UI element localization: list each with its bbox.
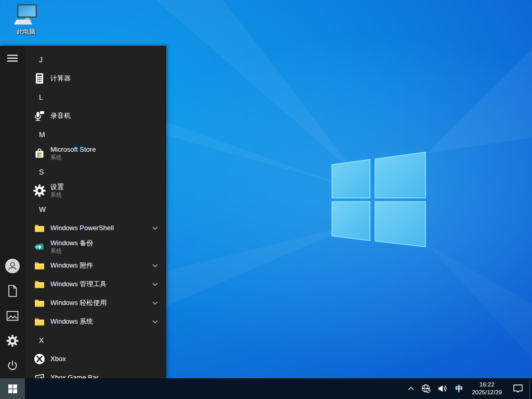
calculator-icon	[33, 72, 46, 85]
gear-icon	[6, 335, 19, 347]
speaker-icon	[438, 384, 447, 393]
rail-spacer	[0, 71, 25, 254]
app-sublabel: 系统	[50, 248, 158, 255]
section-header-m[interactable]: M	[25, 125, 166, 144]
section-header-s[interactable]: S	[25, 163, 166, 181]
app-label: Xbox	[50, 355, 158, 363]
section-header-j[interactable]: J	[25, 50, 166, 69]
user-account-button[interactable]	[0, 254, 25, 278]
clock-date: 2025/12/29	[472, 389, 502, 396]
app-label: Windows 轻松使用	[50, 299, 148, 307]
volume-button[interactable]	[434, 378, 451, 399]
taskbar-empty-area[interactable]	[25, 378, 404, 399]
chevron-down-icon[interactable]	[152, 264, 158, 268]
app-item-microsoft-store[interactable]: Microsoft Store 系统	[25, 144, 166, 163]
app-label: 设置	[50, 183, 158, 191]
app-item-settings[interactable]: 设置 系统	[25, 181, 166, 200]
chevron-down-icon[interactable]	[152, 320, 158, 324]
folder-item-windows-ease-of-access[interactable]: Windows 轻松使用	[25, 294, 166, 312]
hidden-icons-button[interactable]	[404, 378, 418, 399]
app-item-calculator[interactable]: 计算器	[25, 69, 166, 88]
this-pc-label: 此电脑	[17, 28, 35, 36]
start-menu: J 计算器 L	[0, 46, 166, 378]
pictures-icon	[6, 311, 19, 321]
folder-icon	[33, 297, 46, 309]
app-label: 计算器	[50, 75, 158, 83]
documents-button[interactable]	[0, 278, 25, 303]
app-sublabel: 系统	[50, 192, 158, 198]
clock-time: 16:22	[480, 381, 495, 389]
app-label: Windows 系统	[50, 318, 148, 326]
expand-menu-button[interactable]	[0, 46, 25, 71]
start-menu-rail	[0, 46, 25, 378]
pictures-button[interactable]	[0, 303, 25, 328]
taskbar: 中 16:22 2025/12/29	[0, 378, 532, 399]
app-item-xbox-game-bar[interactable]: Xbox Game Bar	[25, 368, 166, 378]
power-button[interactable]	[0, 353, 25, 378]
app-item-xbox[interactable]: Xbox	[25, 350, 166, 368]
windows-logo-wallpaper	[326, 148, 428, 251]
xbox-game-bar-icon	[33, 371, 46, 378]
folder-icon	[33, 315, 46, 328]
taskbar-clock[interactable]: 16:22 2025/12/29	[467, 378, 507, 399]
folder-icon	[33, 222, 46, 234]
settings-rail-button[interactable]	[0, 328, 25, 353]
windows-start-icon	[8, 384, 17, 393]
microsoft-store-icon	[33, 147, 46, 159]
network-status-button[interactable]	[418, 378, 434, 399]
app-label: Windows 管理工具	[50, 281, 148, 288]
voice-recorder-icon	[33, 110, 46, 122]
action-center-button[interactable]	[507, 378, 529, 399]
app-label: Windows 备份	[50, 240, 158, 247]
folder-item-windows-accessories[interactable]: Windows 附件	[25, 256, 166, 275]
cloud-backup-icon	[33, 241, 46, 253]
globe-no-internet-icon	[421, 384, 431, 393]
this-pc-icon	[13, 3, 39, 27]
section-header-w[interactable]: W	[25, 200, 166, 219]
ime-indicator[interactable]: 中	[451, 378, 467, 399]
start-menu-app-list: J 计算器 L	[25, 46, 166, 378]
action-center-icon	[513, 384, 523, 393]
app-label: Microsoft Store	[50, 146, 158, 154]
desktop: 此电脑	[0, 0, 532, 399]
folder-item-windows-system[interactable]: Windows 系统	[25, 312, 166, 331]
folder-item-windows-powershell[interactable]: Windows PowerShell	[25, 219, 166, 237]
hamburger-icon	[7, 55, 18, 62]
app-label: Windows PowerShell	[50, 224, 148, 232]
folder-item-windows-admin-tools[interactable]: Windows 管理工具	[25, 275, 166, 294]
app-label: 录音机	[50, 112, 158, 120]
folder-icon	[33, 259, 46, 272]
app-item-windows-backup[interactable]: Windows 备份 系统	[25, 237, 166, 256]
folder-icon	[33, 278, 46, 290]
app-label: Windows 附件	[50, 262, 148, 270]
chevron-down-icon[interactable]	[152, 283, 158, 286]
document-icon	[7, 285, 18, 297]
section-header-l[interactable]: L	[25, 88, 166, 107]
show-desktop-strip[interactable]	[529, 378, 532, 399]
app-item-voice-recorder[interactable]: 录音机	[25, 107, 166, 125]
app-label: Xbox Game Bar	[50, 374, 158, 378]
power-icon	[7, 360, 18, 371]
this-pc-desktop-icon[interactable]: 此电脑	[6, 3, 46, 36]
xbox-icon	[33, 353, 46, 365]
app-sublabel: 系统	[50, 154, 158, 161]
settings-gear-icon	[33, 184, 46, 197]
chevron-up-icon	[408, 387, 414, 391]
chevron-down-icon[interactable]	[152, 301, 158, 305]
start-button[interactable]	[0, 378, 25, 399]
user-avatar-icon	[5, 258, 20, 274]
chevron-down-icon[interactable]	[152, 227, 158, 230]
system-tray: 中 16:22 2025/12/29	[404, 378, 532, 399]
section-header-x[interactable]: X	[25, 331, 166, 350]
